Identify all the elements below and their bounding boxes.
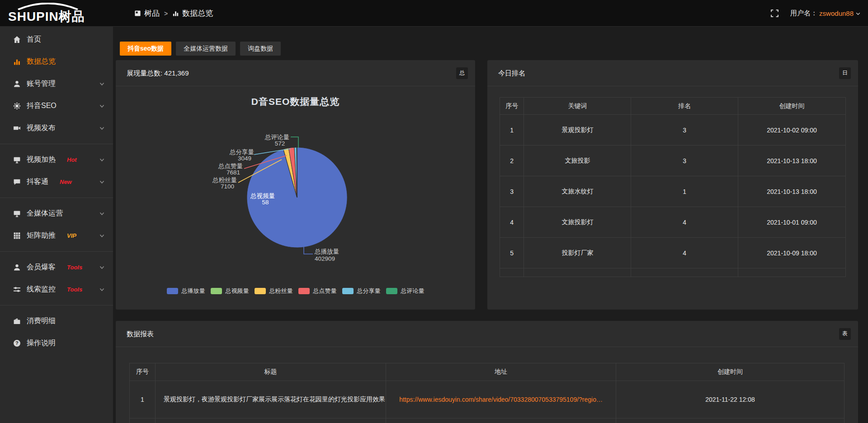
pie-value-总视频量: 58 (262, 199, 269, 206)
video-icon (13, 124, 21, 132)
table-cell: 1 (130, 381, 156, 418)
video-heat-icon (13, 156, 21, 164)
sidebar-item-视频发布[interactable]: 视频发布 (0, 117, 113, 139)
legend-label: 总分享量 (357, 287, 381, 295)
breadcrumb-separator: > (164, 10, 168, 17)
header-right: 用户名： zswodun88 (771, 0, 861, 27)
dashboard-icon (134, 10, 141, 17)
table-cell (386, 418, 616, 423)
legend-item-总分享量[interactable]: 总分享量 (342, 287, 381, 295)
logo[interactable]: SHUPIN树品 (8, 2, 113, 25)
username-value: zswodun88 (819, 9, 854, 17)
chevron-down-icon (99, 211, 105, 216)
table-cell: 标题 (156, 363, 386, 381)
breadcrumb-item-1[interactable]: 树品 (134, 8, 160, 19)
table-cell: 文旅投影灯 (524, 207, 631, 237)
chart-icon (13, 58, 21, 66)
sidebar-item-消费明细[interactable]: 消费明细 (0, 310, 113, 332)
legend-swatch (255, 288, 266, 294)
table-cell: 序号 (130, 363, 156, 381)
pie-label-总播放量: 总播放量 (314, 248, 339, 255)
sidebar-item-label: 账号管理 (27, 79, 56, 89)
panel-douyin-seo-header: 展现量总数: 421,369 总 (116, 60, 475, 86)
rank-table: 序号关键词排名创建时间1景观投影灯32021-10-02 09:002文旅投影3… (500, 97, 846, 277)
svg-text:?: ? (15, 340, 19, 346)
sidebar-item-label: 全媒体运营 (27, 209, 63, 218)
rank-table-row: 2文旅投影32021-10-13 18:00 (500, 146, 845, 176)
total-corner-button[interactable]: 总 (456, 67, 468, 79)
sidebar-item-全媒体运营[interactable]: 全媒体运营 (0, 202, 113, 225)
table-cell: 2021-10-13 18:00 (738, 176, 845, 207)
pie-label-总视频量: 总视频量 (250, 193, 275, 199)
tab-询盘数据[interactable]: 询盘数据 (240, 42, 281, 56)
sidebar-item-会员爆客[interactable]: 会员爆客Tools (0, 256, 113, 278)
sidebar-item-数据总览[interactable]: 数据总览 (0, 51, 113, 73)
sidebar-item-线索监控[interactable]: 线索监控Tools (0, 278, 113, 301)
sidebar-item-label: 首页 (27, 35, 41, 44)
sidebar-item-操作说明[interactable]: ?操作说明 (0, 332, 113, 354)
legend-label: 总点赞量 (313, 287, 337, 295)
sidebar-item-抖客通[interactable]: 抖客通New (0, 171, 113, 193)
table-cell: 1 (500, 115, 524, 145)
table-cell: 1 (631, 176, 738, 207)
chevron-down-icon (99, 157, 105, 163)
panel-today-rank: 今日排名 日 序号关键词排名创建时间1景观投影灯32021-10-02 09:0… (487, 60, 858, 310)
table-cell: 2021-10-13 18:00 (738, 146, 845, 176)
breadcrumb-item-2[interactable]: 数据总览 (172, 8, 213, 19)
user-menu[interactable]: 用户名： zswodun88 (790, 9, 861, 18)
table-cell: 地址 (386, 363, 616, 381)
sidebar-item-首页[interactable]: 首页 (0, 28, 113, 51)
sidebar-badge: New (60, 179, 72, 185)
pie-value-总播放量: 402909 (315, 255, 335, 262)
pie-label-总粉丝量: 总粉丝量 (212, 177, 237, 183)
chevron-down-icon (99, 264, 105, 270)
tab-全媒体运营数据[interactable]: 全媒体运营数据 (176, 42, 236, 56)
sidebar-item-label: 线索监控 (27, 285, 56, 294)
legend-item-总视频量[interactable]: 总视频量 (211, 287, 249, 295)
top-header: SHUPIN树品 树品>数据总览 用户名： zswodun88 (0, 0, 868, 27)
pie-leader-line (304, 246, 313, 254)
sidebar-badge: Hot (67, 156, 77, 163)
pie-label-总分享量: 总分享量 (229, 149, 254, 155)
day-corner-button[interactable]: 日 (839, 67, 851, 79)
legend-item-总播放量[interactable]: 总播放量 (167, 287, 205, 295)
tab-抖音seo数据[interactable]: 抖音seo数据 (120, 42, 171, 56)
monitor-icon (13, 210, 21, 217)
fullscreen-icon[interactable] (771, 9, 778, 17)
sidebar-item-视频加热[interactable]: 视频加热Hot (0, 149, 113, 171)
sidebar-item-矩阵助推[interactable]: 矩阵助推VIP (0, 225, 113, 247)
chevron-down-icon (99, 103, 105, 109)
grid-icon (13, 232, 21, 240)
legend-swatch (211, 288, 222, 294)
sidebar-item-label: 矩阵助推 (27, 231, 56, 240)
table-cell (631, 268, 738, 277)
member-icon (13, 263, 21, 271)
pie-value-总评论量: 572 (275, 140, 285, 147)
table-cell: 2021-10-09 18:00 (738, 238, 845, 268)
chevron-down-icon (99, 179, 105, 185)
table-cell: 关键词 (524, 98, 631, 114)
legend-item-总评论量[interactable]: 总评论量 (386, 287, 425, 295)
legend-item-总点赞量[interactable]: 总点赞量 (298, 287, 337, 295)
rank-table-row-partial (500, 268, 845, 277)
legend-label: 总视频量 (226, 287, 249, 295)
report-url-cell[interactable]: https://www.iesdouyin.com/share/video/70… (386, 381, 616, 418)
table-corner-button[interactable]: 表 (839, 328, 851, 340)
table-cell (738, 268, 845, 277)
breadcrumb: 树品>数据总览 (134, 0, 213, 27)
table-cell: 4 (631, 207, 738, 237)
legend-label: 总评论量 (401, 287, 425, 295)
legend-item-总粉丝量[interactable]: 总粉丝量 (255, 287, 293, 295)
sidebar-item-label: 视频加热 (27, 155, 56, 164)
sidebar-item-label: 消费明细 (27, 316, 56, 326)
report-link[interactable]: https://www.iesdouyin.com/share/video/70… (399, 396, 603, 403)
sidebar-item-账号管理[interactable]: 账号管理 (0, 73, 113, 95)
legend-swatch (298, 288, 310, 294)
panel-today-rank-header: 今日排名 日 (487, 60, 858, 86)
pie-legend: 总播放量总视频量总粉丝量总点赞量总分享量总评论量 (116, 287, 475, 295)
sidebar-item-抖音SEO[interactable]: 抖音SEO (0, 95, 113, 117)
gear-icon (13, 102, 21, 110)
legend-swatch (167, 288, 178, 294)
panel-douyin-seo: 展现量总数: 421,369 总 D音SEO数据量总览 总播放量402909总视… (116, 60, 475, 310)
pie-chart[interactable]: 总播放量402909总视频量58总粉丝量7100总点赞量7681总分享量3049… (116, 86, 475, 294)
